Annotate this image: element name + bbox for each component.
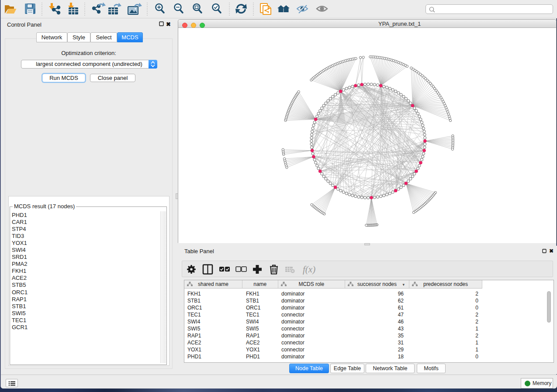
svg-text:f(x): f(x) xyxy=(303,264,315,275)
